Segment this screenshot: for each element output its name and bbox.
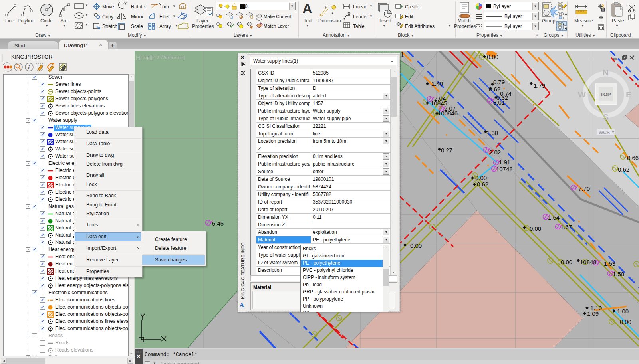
svg-text:S: S xyxy=(603,112,609,121)
svg-text:0.00: 0.00 xyxy=(410,242,422,249)
svg-text:2.02: 2.02 xyxy=(489,149,501,156)
svg-text:N: N xyxy=(603,68,609,77)
svg-text:5.45: 5.45 xyxy=(212,220,224,227)
svg-text:1.50: 1.50 xyxy=(613,271,624,277)
svg-text:[-][Top][2D Wireframe]: [-][Top][2D Wireframe] xyxy=(136,55,185,60)
svg-text:1.40: 1.40 xyxy=(431,80,443,87)
svg-text:1.79: 1.79 xyxy=(534,82,545,89)
svg-text:1.30: 1.30 xyxy=(486,129,498,136)
svg-text:0.00: 0.00 xyxy=(530,225,541,232)
svg-text:0.62: 0.62 xyxy=(489,86,500,93)
svg-text:0.62: 0.62 xyxy=(477,181,488,188)
svg-text:i: i xyxy=(28,64,30,71)
svg-text:0.00: 0.00 xyxy=(475,174,487,181)
svg-text:0.00: 0.00 xyxy=(487,53,498,60)
svg-text:0.00: 0.00 xyxy=(561,259,572,265)
svg-text:10848: 10848 xyxy=(580,259,597,265)
svg-text:1.91: 1.91 xyxy=(499,159,510,166)
svg-text:1: 1 xyxy=(400,51,404,59)
svg-text:W: W xyxy=(578,90,586,99)
svg-text:0.66: 0.66 xyxy=(627,154,639,161)
svg-text:E: E xyxy=(626,90,631,99)
svg-text:1.53: 1.53 xyxy=(604,260,615,267)
svg-text:10748: 10748 xyxy=(496,166,513,172)
svg-text:0.27: 0.27 xyxy=(441,147,452,154)
svg-text:7.70: 7.70 xyxy=(578,185,590,192)
svg-text:0.79: 0.79 xyxy=(493,79,505,85)
svg-text:0.62: 0.62 xyxy=(618,166,629,173)
svg-text:0.00: 0.00 xyxy=(620,318,631,325)
svg-text:1.64: 1.64 xyxy=(548,214,560,221)
svg-text:WCS: WCS xyxy=(599,130,610,135)
svg-text:TOP: TOP xyxy=(600,91,611,97)
svg-text:1.67: 1.67 xyxy=(560,224,572,230)
svg-text:1.00: 1.00 xyxy=(617,308,629,315)
svg-text:100846: 100846 xyxy=(438,110,458,117)
svg-text:8.01: 8.01 xyxy=(493,99,505,106)
svg-text:1.09: 1.09 xyxy=(587,310,599,317)
